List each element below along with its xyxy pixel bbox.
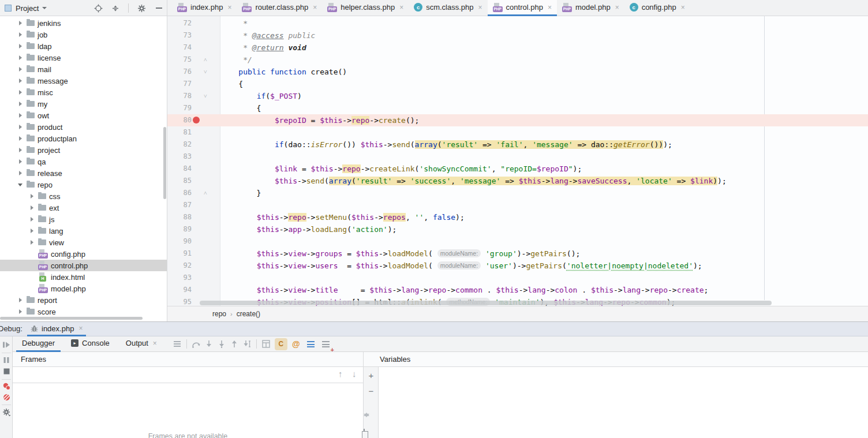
tree-item-lang[interactable]: lang — [0, 225, 167, 237]
project-tree-panel[interactable]: jenkinsjobldaplicensemailmessagemiscmyow… — [0, 16, 167, 321]
breakpoint-icon[interactable] — [193, 117, 200, 123]
close-icon[interactable]: × — [227, 3, 231, 12]
code-line-72[interactable]: 72 * — [167, 17, 868, 29]
code-text[interactable]: $this->view->title = $this->lang->repo->… — [220, 284, 708, 296]
pause-button[interactable] — [3, 357, 10, 364]
line-number-82[interactable]: 82 — [167, 138, 192, 151]
code-line-89[interactable]: 89 $this->app->loadLang('action'); — [167, 223, 868, 235]
remove-watch-button[interactable]: − — [364, 387, 379, 396]
line-number-81[interactable]: 81 — [167, 126, 192, 138]
tree-expand-arrow[interactable] — [28, 217, 36, 222]
mention-icon[interactable]: @ — [290, 338, 302, 350]
code-line-80[interactable]: 80 $repoID = $this->repo->create(); — [167, 114, 868, 126]
line-number-83[interactable]: 83 — [167, 151, 192, 163]
run-to-cursor-icon[interactable] — [241, 338, 253, 350]
tree-item-qa[interactable]: qa — [0, 156, 167, 167]
tree-expand-arrow[interactable] — [16, 90, 24, 95]
code-line-86[interactable]: 86˄ } — [167, 187, 868, 199]
tree-expand-arrow[interactable] — [16, 55, 24, 60]
view-breakpoints-button[interactable] — [3, 383, 10, 390]
code-text[interactable]: * @access public — [220, 29, 315, 42]
editor-tab-model.php[interactable]: PHPmodel.php× — [557, 0, 624, 16]
tree-item-model.php[interactable]: PHPmodel.php — [0, 283, 167, 294]
thread-selector-combo[interactable]: ↑ ↓ — [13, 367, 364, 383]
chevron-down-icon[interactable] — [42, 7, 47, 9]
line-number-87[interactable]: 87 — [167, 199, 192, 211]
tree-item-job[interactable]: job — [0, 29, 167, 40]
settings-gear-icon[interactable] — [137, 3, 146, 13]
line-number-88[interactable]: 88 — [167, 211, 192, 223]
debugger-settings-gear-icon[interactable] — [2, 408, 11, 417]
line-number-94[interactable]: 94 — [167, 284, 192, 296]
evaluate-expression-icon[interactable] — [260, 338, 272, 350]
frame-up-icon[interactable]: ↑ — [338, 369, 343, 379]
tree-expand-arrow[interactable] — [16, 136, 24, 141]
code-line-87[interactable]: 87 — [167, 199, 868, 211]
tree-expand-arrow[interactable] — [16, 32, 24, 37]
tab-debugger[interactable]: Debugger — [16, 336, 61, 352]
tree-item-ldap[interactable]: ldap — [0, 40, 167, 52]
code-text[interactable]: */ — [220, 54, 252, 66]
code-text[interactable]: $this->send(array('result' => 'success',… — [220, 175, 727, 187]
locate-file-icon[interactable] — [93, 3, 103, 13]
line-number-90[interactable]: 90 — [167, 235, 192, 248]
line-number-80[interactable]: 80 — [167, 114, 192, 126]
code-line-77[interactable]: 77 { — [167, 78, 868, 90]
code-text[interactable]: $this->view->users = $this->loadModel( m… — [220, 260, 702, 272]
tree-item-score[interactable]: score — [0, 306, 167, 317]
code-line-75[interactable]: 75˄ */ — [167, 54, 868, 66]
code-text[interactable]: public function create() — [220, 66, 347, 78]
resume-button[interactable] — [2, 341, 10, 349]
tree-item-css[interactable]: css — [0, 190, 167, 202]
line-number-93[interactable]: 93 — [167, 272, 192, 284]
code-text[interactable]: $this->view->groups = $this->loadModel( … — [220, 248, 580, 260]
tree-expand-arrow[interactable] — [16, 298, 24, 302]
tree-item-product[interactable]: product — [0, 121, 167, 133]
code-line-88[interactable]: 88 $this->repo->setMenu($this->repos, ''… — [167, 211, 868, 223]
frames-list[interactable]: Frames are not available — [13, 383, 364, 438]
tree-item-release[interactable]: release — [0, 167, 167, 179]
close-icon[interactable]: × — [681, 3, 685, 12]
show-execution-order-icon[interactable] — [305, 338, 317, 350]
line-number-84[interactable]: 84 — [167, 163, 192, 175]
breadcrumb-item-create[interactable]: create() — [237, 310, 260, 318]
editor-tab-index.php[interactable]: PHPindex.php× — [172, 0, 237, 16]
code-line-94[interactable]: 94 $this->view->title = $this->lang->rep… — [167, 284, 868, 296]
tree-expand-arrow[interactable] — [16, 184, 24, 186]
stop-button[interactable] — [3, 368, 10, 375]
code-line-74[interactable]: 74 * @return void — [167, 42, 868, 54]
tree-item-productplan[interactable]: productplan — [0, 133, 167, 144]
force-step-into-icon[interactable] — [215, 338, 228, 350]
tree-expand-arrow[interactable] — [16, 148, 24, 152]
tree-expand-arrow[interactable] — [16, 159, 24, 164]
step-over-icon[interactable] — [190, 338, 203, 350]
editor-tab-scm.class.php[interactable]: cscm.class.php× — [409, 0, 487, 16]
code-line-81[interactable]: 81 — [167, 126, 868, 138]
line-number-72[interactable]: 72 — [167, 17, 192, 29]
tree-expand-arrow[interactable] — [16, 102, 24, 106]
tree-expand-arrow[interactable] — [28, 194, 36, 199]
hide-panel-icon[interactable] — [154, 3, 163, 13]
code-line-92[interactable]: 92 $this->view->users = $this->loadModel… — [167, 260, 868, 272]
close-icon[interactable]: × — [478, 3, 482, 12]
tree-item-js[interactable]: js — [0, 214, 167, 225]
tree-item-ext[interactable]: ext — [0, 202, 167, 214]
collapse-all-icon[interactable] — [111, 3, 120, 13]
close-icon[interactable]: × — [78, 324, 83, 332]
code-text[interactable]: { — [220, 102, 261, 114]
code-line-78[interactable]: 78˅ if($_POST) — [167, 90, 868, 102]
code-text[interactable]: { — [220, 78, 243, 90]
line-number-78[interactable]: 78 — [167, 90, 192, 102]
code-line-93[interactable]: 93 — [167, 272, 868, 284]
code-text[interactable]: } — [220, 187, 261, 199]
tree-expand-arrow[interactable] — [16, 309, 24, 314]
php-console-icon[interactable]: C — [275, 338, 287, 350]
close-icon[interactable]: × — [548, 3, 552, 12]
line-number-95[interactable]: 95 — [167, 296, 192, 306]
mute-breakpoints-button[interactable] — [3, 394, 10, 401]
code-text[interactable]: * — [220, 17, 248, 29]
tree-expand-arrow[interactable] — [28, 240, 36, 245]
code-line-82[interactable]: 82 if(dao::isError()) $this->send(array(… — [167, 138, 868, 151]
step-into-icon[interactable] — [203, 338, 215, 350]
code-line-84[interactable]: 84 $link = $this->repo->createLink('show… — [167, 163, 868, 175]
